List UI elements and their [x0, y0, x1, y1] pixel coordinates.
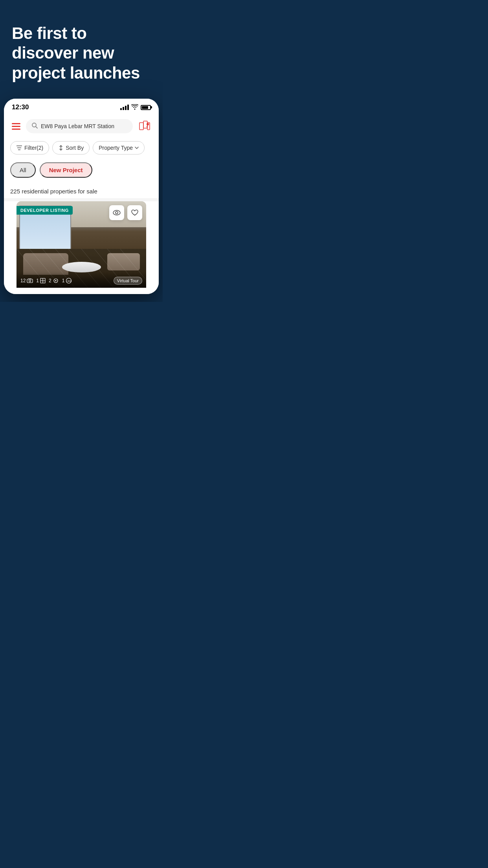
property-type-button[interactable]: Property Type — [93, 141, 145, 154]
search-icon — [31, 122, 38, 130]
video-number: 2 — [49, 278, 51, 283]
map-button[interactable] — [137, 118, 152, 134]
virtual-tour-badge[interactable]: Virtual Tour — [114, 277, 142, 285]
filter-icon — [16, 145, 22, 151]
video-icon — [53, 278, 59, 283]
sort-icon — [58, 145, 64, 151]
status-icons — [120, 104, 151, 111]
wifi-icon — [131, 104, 138, 111]
tab-all[interactable]: All — [10, 162, 36, 178]
image-footer: 12 1 — [17, 272, 146, 288]
svg-line-1 — [36, 127, 37, 128]
battery-icon — [141, 105, 151, 110]
tabs-row: All New Project — [4, 159, 159, 183]
developer-badge: DEVELOPER LISTING — [17, 206, 73, 215]
svg-point-19 — [116, 211, 118, 214]
filter-button[interactable]: Filter(2) — [10, 141, 49, 154]
svg-point-5 — [147, 123, 149, 125]
tab-all-label: All — [20, 167, 26, 173]
status-bar: 12:30 — [4, 99, 159, 114]
svg-marker-26 — [55, 280, 57, 281]
svg-rect-2 — [139, 123, 143, 130]
photo-number: 12 — [20, 278, 26, 283]
filter-row: Filter(2) Sort By Property Type — [4, 138, 159, 159]
hero-section: Be first to discover new project launche… — [0, 0, 163, 99]
sort-label: Sort By — [66, 145, 84, 151]
media-items: 12 1 — [20, 278, 72, 284]
menu-button[interactable] — [10, 121, 22, 131]
floorplan-icon — [40, 278, 46, 283]
listing-image: DEVELOPER LISTING — [17, 201, 146, 288]
results-section: 225 residential properties for sale — [4, 183, 159, 198]
svg-rect-20 — [27, 279, 33, 283]
status-time: 12:30 — [12, 103, 29, 111]
360-count: 1 360 — [62, 278, 72, 284]
eye-icon — [113, 210, 121, 215]
listing-card: DEVELOPER LISTING — [4, 201, 159, 294]
floorplan-number: 1 — [36, 278, 39, 283]
photo-icon — [27, 278, 33, 283]
video-count: 2 — [49, 278, 59, 283]
360-number: 1 — [62, 278, 65, 283]
hero-title: Be first to discover new project launche… — [12, 24, 151, 83]
signal-icon — [120, 105, 129, 110]
phone-mockup: 12:30 — [4, 99, 159, 294]
svg-point-21 — [29, 280, 31, 282]
photo-count: 12 — [20, 278, 33, 283]
sort-button[interactable]: Sort By — [52, 141, 90, 154]
search-bar[interactable]: EW8 Paya Lebar MRT Station — [26, 119, 133, 133]
360-icon: 360 — [66, 278, 72, 284]
svg-point-18 — [113, 210, 120, 215]
view-button[interactable] — [109, 205, 124, 220]
tab-new-project[interactable]: New Project — [40, 162, 92, 178]
favorite-button[interactable] — [127, 205, 142, 220]
results-count: 225 residential properties for sale — [10, 188, 97, 195]
card-actions — [109, 205, 142, 220]
chevron-down-icon — [135, 147, 139, 149]
app-header: EW8 Paya Lebar MRT Station — [4, 114, 159, 138]
floorplan-count: 1 — [36, 278, 46, 283]
tab-new-project-label: New Project — [49, 167, 83, 173]
search-text: EW8 Paya Lebar MRT Station — [41, 123, 127, 129]
filter-label: Filter(2) — [24, 145, 43, 151]
svg-text:360: 360 — [67, 280, 72, 282]
heart-icon — [131, 210, 138, 216]
property-type-label: Property Type — [99, 145, 133, 151]
